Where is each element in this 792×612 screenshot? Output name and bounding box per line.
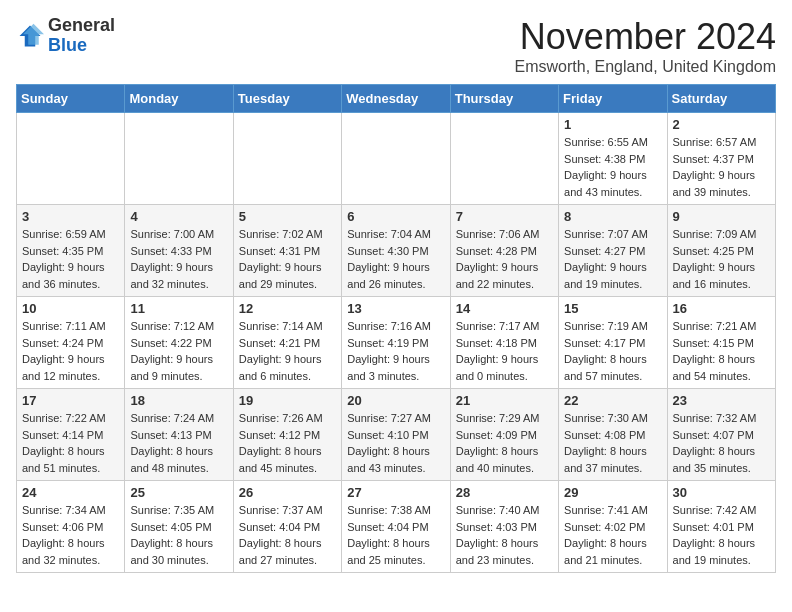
day-number: 5: [239, 209, 336, 224]
calendar-cell: [342, 113, 450, 205]
calendar-week-row: 1Sunrise: 6:55 AM Sunset: 4:38 PM Daylig…: [17, 113, 776, 205]
calendar-cell: 4Sunrise: 7:00 AM Sunset: 4:33 PM Daylig…: [125, 205, 233, 297]
day-number: 25: [130, 485, 227, 500]
month-title: November 2024: [515, 16, 776, 58]
day-info: Sunrise: 6:59 AM Sunset: 4:35 PM Dayligh…: [22, 226, 119, 292]
day-number: 30: [673, 485, 770, 500]
logo-blue-text: Blue: [48, 36, 115, 56]
calendar-cell: 29Sunrise: 7:41 AM Sunset: 4:02 PM Dayli…: [559, 481, 667, 573]
day-number: 11: [130, 301, 227, 316]
day-number: 18: [130, 393, 227, 408]
weekday-header: Wednesday: [342, 85, 450, 113]
calendar-cell: 14Sunrise: 7:17 AM Sunset: 4:18 PM Dayli…: [450, 297, 558, 389]
day-info: Sunrise: 7:34 AM Sunset: 4:06 PM Dayligh…: [22, 502, 119, 568]
calendar-week-row: 24Sunrise: 7:34 AM Sunset: 4:06 PM Dayli…: [17, 481, 776, 573]
calendar-cell: [233, 113, 341, 205]
day-number: 6: [347, 209, 444, 224]
calendar-table: SundayMondayTuesdayWednesdayThursdayFrid…: [16, 84, 776, 573]
calendar-cell: 11Sunrise: 7:12 AM Sunset: 4:22 PM Dayli…: [125, 297, 233, 389]
calendar-cell: 25Sunrise: 7:35 AM Sunset: 4:05 PM Dayli…: [125, 481, 233, 573]
weekday-header: Tuesday: [233, 85, 341, 113]
day-number: 27: [347, 485, 444, 500]
weekday-header: Thursday: [450, 85, 558, 113]
calendar-week-row: 3Sunrise: 6:59 AM Sunset: 4:35 PM Daylig…: [17, 205, 776, 297]
day-info: Sunrise: 7:32 AM Sunset: 4:07 PM Dayligh…: [673, 410, 770, 476]
day-number: 21: [456, 393, 553, 408]
weekday-header: Sunday: [17, 85, 125, 113]
calendar-header-row: SundayMondayTuesdayWednesdayThursdayFrid…: [17, 85, 776, 113]
day-info: Sunrise: 7:14 AM Sunset: 4:21 PM Dayligh…: [239, 318, 336, 384]
day-info: Sunrise: 7:02 AM Sunset: 4:31 PM Dayligh…: [239, 226, 336, 292]
day-number: 17: [22, 393, 119, 408]
day-number: 15: [564, 301, 661, 316]
page-header: General Blue November 2024 Emsworth, Eng…: [16, 16, 776, 76]
calendar-cell: 20Sunrise: 7:27 AM Sunset: 4:10 PM Dayli…: [342, 389, 450, 481]
calendar-cell: 3Sunrise: 6:59 AM Sunset: 4:35 PM Daylig…: [17, 205, 125, 297]
title-block: November 2024 Emsworth, England, United …: [515, 16, 776, 76]
day-number: 9: [673, 209, 770, 224]
day-number: 2: [673, 117, 770, 132]
calendar-cell: 8Sunrise: 7:07 AM Sunset: 4:27 PM Daylig…: [559, 205, 667, 297]
day-info: Sunrise: 7:16 AM Sunset: 4:19 PM Dayligh…: [347, 318, 444, 384]
day-info: Sunrise: 7:35 AM Sunset: 4:05 PM Dayligh…: [130, 502, 227, 568]
day-number: 20: [347, 393, 444, 408]
calendar-cell: 13Sunrise: 7:16 AM Sunset: 4:19 PM Dayli…: [342, 297, 450, 389]
calendar-cell: 6Sunrise: 7:04 AM Sunset: 4:30 PM Daylig…: [342, 205, 450, 297]
day-number: 28: [456, 485, 553, 500]
calendar-cell: 9Sunrise: 7:09 AM Sunset: 4:25 PM Daylig…: [667, 205, 775, 297]
day-number: 3: [22, 209, 119, 224]
calendar-cell: 22Sunrise: 7:30 AM Sunset: 4:08 PM Dayli…: [559, 389, 667, 481]
location-title: Emsworth, England, United Kingdom: [515, 58, 776, 76]
calendar-cell: 21Sunrise: 7:29 AM Sunset: 4:09 PM Dayli…: [450, 389, 558, 481]
logo: General Blue: [16, 16, 115, 56]
calendar-cell: 7Sunrise: 7:06 AM Sunset: 4:28 PM Daylig…: [450, 205, 558, 297]
day-info: Sunrise: 7:40 AM Sunset: 4:03 PM Dayligh…: [456, 502, 553, 568]
day-number: 22: [564, 393, 661, 408]
day-info: Sunrise: 7:37 AM Sunset: 4:04 PM Dayligh…: [239, 502, 336, 568]
day-number: 8: [564, 209, 661, 224]
calendar-cell: 18Sunrise: 7:24 AM Sunset: 4:13 PM Dayli…: [125, 389, 233, 481]
day-info: Sunrise: 7:19 AM Sunset: 4:17 PM Dayligh…: [564, 318, 661, 384]
day-info: Sunrise: 7:21 AM Sunset: 4:15 PM Dayligh…: [673, 318, 770, 384]
calendar-cell: 24Sunrise: 7:34 AM Sunset: 4:06 PM Dayli…: [17, 481, 125, 573]
day-info: Sunrise: 7:22 AM Sunset: 4:14 PM Dayligh…: [22, 410, 119, 476]
day-number: 23: [673, 393, 770, 408]
day-info: Sunrise: 7:29 AM Sunset: 4:09 PM Dayligh…: [456, 410, 553, 476]
calendar-cell: 1Sunrise: 6:55 AM Sunset: 4:38 PM Daylig…: [559, 113, 667, 205]
day-number: 1: [564, 117, 661, 132]
day-number: 4: [130, 209, 227, 224]
calendar-cell: 23Sunrise: 7:32 AM Sunset: 4:07 PM Dayli…: [667, 389, 775, 481]
calendar-cell: 10Sunrise: 7:11 AM Sunset: 4:24 PM Dayli…: [17, 297, 125, 389]
day-info: Sunrise: 7:27 AM Sunset: 4:10 PM Dayligh…: [347, 410, 444, 476]
day-number: 26: [239, 485, 336, 500]
calendar-cell: 16Sunrise: 7:21 AM Sunset: 4:15 PM Dayli…: [667, 297, 775, 389]
day-number: 29: [564, 485, 661, 500]
calendar-cell: 2Sunrise: 6:57 AM Sunset: 4:37 PM Daylig…: [667, 113, 775, 205]
day-info: Sunrise: 7:17 AM Sunset: 4:18 PM Dayligh…: [456, 318, 553, 384]
day-info: Sunrise: 7:12 AM Sunset: 4:22 PM Dayligh…: [130, 318, 227, 384]
day-number: 19: [239, 393, 336, 408]
day-info: Sunrise: 6:55 AM Sunset: 4:38 PM Dayligh…: [564, 134, 661, 200]
calendar-cell: [450, 113, 558, 205]
day-number: 24: [22, 485, 119, 500]
day-info: Sunrise: 7:04 AM Sunset: 4:30 PM Dayligh…: [347, 226, 444, 292]
calendar-cell: 15Sunrise: 7:19 AM Sunset: 4:17 PM Dayli…: [559, 297, 667, 389]
day-info: Sunrise: 7:00 AM Sunset: 4:33 PM Dayligh…: [130, 226, 227, 292]
day-info: Sunrise: 7:42 AM Sunset: 4:01 PM Dayligh…: [673, 502, 770, 568]
day-info: Sunrise: 7:38 AM Sunset: 4:04 PM Dayligh…: [347, 502, 444, 568]
day-info: Sunrise: 6:57 AM Sunset: 4:37 PM Dayligh…: [673, 134, 770, 200]
weekday-header: Monday: [125, 85, 233, 113]
calendar-week-row: 10Sunrise: 7:11 AM Sunset: 4:24 PM Dayli…: [17, 297, 776, 389]
calendar-cell: 28Sunrise: 7:40 AM Sunset: 4:03 PM Dayli…: [450, 481, 558, 573]
logo-icon: [16, 22, 44, 50]
day-info: Sunrise: 7:30 AM Sunset: 4:08 PM Dayligh…: [564, 410, 661, 476]
day-info: Sunrise: 7:26 AM Sunset: 4:12 PM Dayligh…: [239, 410, 336, 476]
day-info: Sunrise: 7:11 AM Sunset: 4:24 PM Dayligh…: [22, 318, 119, 384]
day-info: Sunrise: 7:24 AM Sunset: 4:13 PM Dayligh…: [130, 410, 227, 476]
calendar-cell: 19Sunrise: 7:26 AM Sunset: 4:12 PM Dayli…: [233, 389, 341, 481]
calendar-cell: 17Sunrise: 7:22 AM Sunset: 4:14 PM Dayli…: [17, 389, 125, 481]
day-info: Sunrise: 7:09 AM Sunset: 4:25 PM Dayligh…: [673, 226, 770, 292]
day-info: Sunrise: 7:06 AM Sunset: 4:28 PM Dayligh…: [456, 226, 553, 292]
calendar-cell: [17, 113, 125, 205]
calendar-week-row: 17Sunrise: 7:22 AM Sunset: 4:14 PM Dayli…: [17, 389, 776, 481]
